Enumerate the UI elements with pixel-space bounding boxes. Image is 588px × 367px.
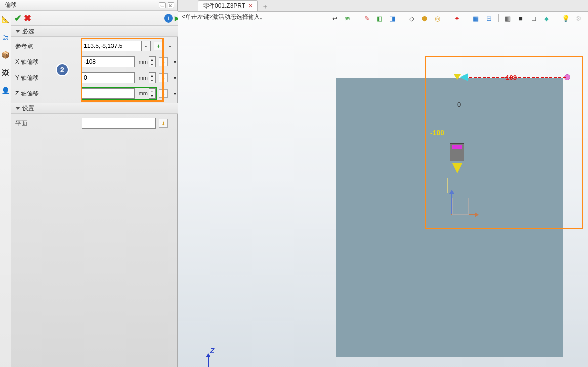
ref-point-label: 参考点 (11, 42, 55, 50)
plane-row: 平面 ⬇ (11, 117, 179, 130)
shaded-icon[interactable]: ⬢ (420, 14, 429, 23)
z-spinner[interactable]: ▲▼ (149, 88, 156, 99)
z-offset-label: Z 轴偏移 (11, 90, 55, 98)
ref-point-row: 参考点 1 ⌄ ⬇ ▾ (11, 40, 179, 52)
collapse-icon (15, 30, 20, 33)
display-icon[interactable]: ▥ (504, 14, 512, 23)
z-offset-row: Z 轴偏移 mm ▲▼ ⬇ ▾ (11, 87, 179, 100)
step-badge-2: 2 (56, 63, 69, 76)
side-toolstrip: 📐 🗂 📦 🖼 👤 (0, 11, 11, 367)
viewport-toolbar: ↩ ≋ ✎ ◧ ◨ ◇ ⬢ ◎ ✦ ▦ ⊟ ▥ ■ □ ◆ 💡 ⚙ (330, 13, 583, 24)
property-panel: 偏移 ▭ ⊠ 📐 🗂 📦 🖼 👤 ✔ ✖ i ▶ 必选 (0, 0, 178, 367)
dimension-x[interactable]: -108 (469, 77, 566, 78)
y-pick-button[interactable]: ⬇ (159, 73, 168, 82)
user-icon[interactable]: 👤 (0, 85, 11, 96)
drag-arrow-z-icon[interactable] (452, 163, 462, 173)
layers-icon[interactable]: ≋ (343, 14, 352, 23)
white-icon[interactable]: □ (529, 14, 538, 23)
dimension-x-value: -108 (504, 74, 517, 81)
measure-icon[interactable]: ⊟ (484, 14, 493, 23)
ref-pick-button[interactable]: ⬇ (154, 42, 163, 50)
ref-more-button[interactable]: ▾ (166, 42, 174, 50)
dimension-vertical: 0 -100 (455, 81, 455, 126)
plane-input[interactable] (82, 118, 156, 129)
x-spinner[interactable]: ▲▼ (149, 56, 156, 67)
eraser-icon[interactable]: ✎ (362, 14, 371, 23)
panel-title-text: 偏移 (5, 1, 17, 9)
section-settings[interactable]: 设置 (11, 103, 182, 114)
ref-dropdown-icon[interactable]: ⌄ (142, 41, 151, 51)
z-unit: mm (135, 91, 149, 96)
plane-pick-button[interactable]: ⬇ (159, 119, 168, 128)
origin-handle[interactable] (454, 74, 460, 80)
y-offset-input[interactable] (82, 72, 135, 83)
x-offset-label: X 轴偏移 (11, 58, 55, 66)
teal-icon[interactable]: ◆ (542, 14, 551, 23)
wireframe-icon[interactable]: ◇ (407, 14, 416, 23)
tab-label: 零件001.Z3PRT (203, 2, 245, 10)
y-spinner[interactable]: ▲▼ (149, 72, 156, 83)
box-icon[interactable]: 📦 (0, 49, 11, 60)
ghost-axis-icon (447, 178, 448, 193)
document-tab[interactable]: 零件001.Z3PRT ✕ (198, 0, 258, 11)
cancel-button[interactable]: ✖ (24, 13, 31, 24)
z-offset-input[interactable] (82, 88, 135, 99)
info-icon[interactable]: i (164, 14, 173, 23)
y-offset-row: Y 轴偏移 2 mm ▲▼ ⬇ ▾ (11, 71, 179, 84)
bulb-icon[interactable]: 💡 (561, 14, 570, 23)
dimension-z-value: -100 (430, 129, 444, 137)
y-unit: mm (135, 75, 149, 81)
x-offset-row: X 轴偏移 mm ▲▼ ⬇ ▾ (11, 55, 179, 68)
drag-arrow-x-icon[interactable] (460, 73, 468, 81)
panel-undock-icon[interactable]: ▭ (159, 2, 166, 8)
x-pick-button[interactable]: ⬇ (159, 57, 168, 66)
viewport[interactable]: 零件001.Z3PRT ✕ ＋ <单击左键>激活动态选择输入。 ↩ ≋ ✎ ◧ … (178, 0, 588, 367)
csys-icon[interactable]: 📐 (0, 14, 11, 25)
panel-titlebar[interactable]: 偏移 ▭ ⊠ (0, 0, 177, 11)
selection-box (425, 56, 583, 229)
ok-button[interactable]: ✔ (14, 13, 22, 24)
collapse-icon (15, 107, 20, 110)
render-icon[interactable]: ◎ (433, 14, 442, 23)
action-bar: ✔ ✖ i ▶ (11, 11, 182, 26)
calculator-icon[interactable] (450, 143, 464, 161)
z-axis-icon (208, 356, 209, 367)
plane-label: 平面 (11, 119, 55, 128)
ref-point-input[interactable] (82, 41, 142, 51)
grid-icon[interactable]: ▦ (471, 14, 480, 23)
new-tab-button[interactable]: ＋ (258, 2, 273, 11)
gear-icon[interactable]: ⚙ (574, 14, 583, 23)
x-offset-input[interactable] (82, 56, 135, 67)
tab-bar: 零件001.Z3PRT ✕ ＋ (178, 0, 588, 12)
cube-green-icon[interactable]: ◧ (375, 14, 384, 23)
section-required[interactable]: 必选 (11, 26, 182, 37)
z-axis-label: Z (210, 346, 214, 355)
tab-close-icon[interactable]: ✕ (248, 3, 252, 9)
x-unit: mm (135, 59, 149, 65)
axis-icon[interactable]: ✦ (452, 14, 461, 23)
undo-icon[interactable]: ↩ (330, 14, 339, 23)
dimension-y-value: 0 (457, 101, 461, 108)
y-offset-label: Y 轴偏移 (11, 74, 55, 82)
cube-blue-icon[interactable]: ◨ (388, 14, 397, 23)
canvas[interactable]: -108 0 -100 Z (178, 25, 588, 367)
black-icon[interactable]: ■ (516, 14, 525, 23)
tree-icon[interactable]: 🗂 (0, 32, 11, 43)
z-pick-button[interactable]: ⬇ (159, 89, 168, 98)
panel-close-icon[interactable]: ⊠ (168, 2, 174, 8)
image-icon[interactable]: 🖼 (0, 67, 11, 78)
